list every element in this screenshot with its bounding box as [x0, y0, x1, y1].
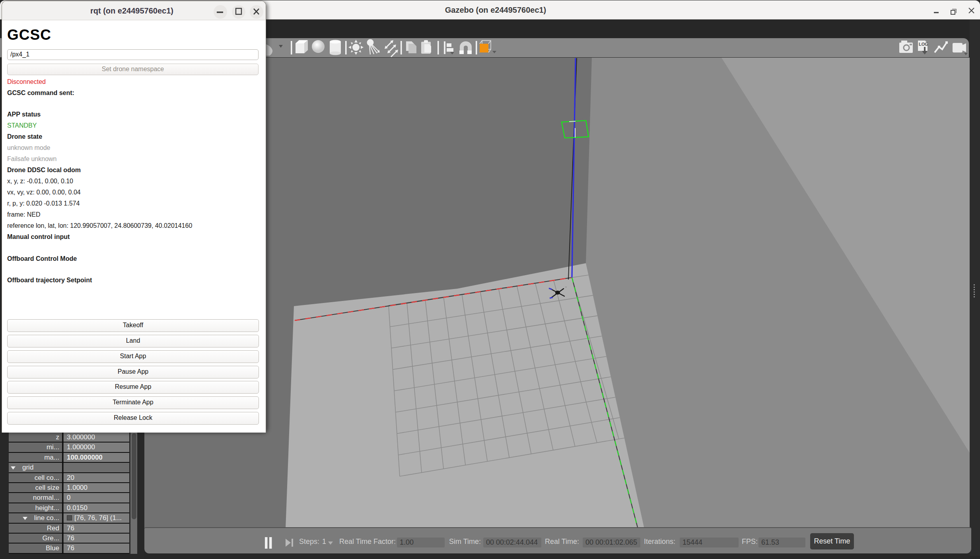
- svg-text:LOG: LOG: [919, 42, 928, 47]
